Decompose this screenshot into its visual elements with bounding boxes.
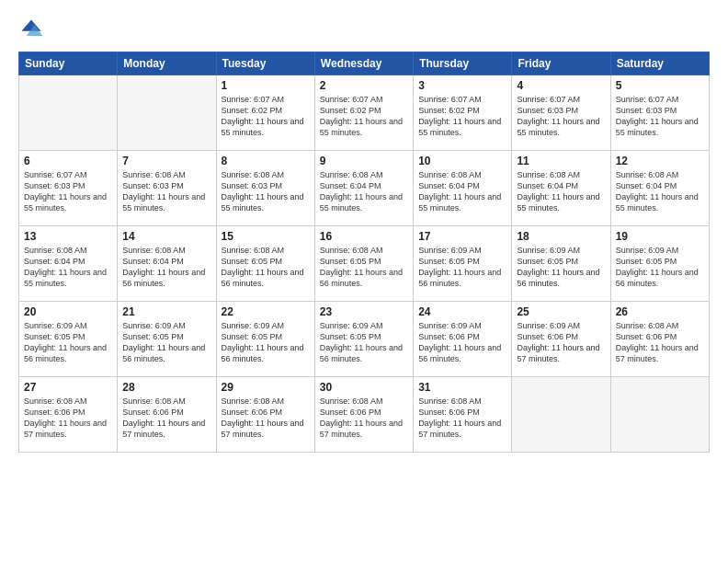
day-info: Sunrise: 6:07 AMSunset: 6:03 PMDaylight:… [616,94,704,139]
calendar-cell: 23Sunrise: 6:09 AMSunset: 6:05 PMDayligh… [314,302,413,377]
calendar-cell: 13Sunrise: 6:08 AMSunset: 6:04 PMDayligh… [19,226,118,302]
week-row-4: 20Sunrise: 6:09 AMSunset: 6:05 PMDayligh… [19,302,710,377]
calendar-cell: 31Sunrise: 6:08 AMSunset: 6:06 PMDayligh… [414,377,512,453]
day-number: 1 [222,79,310,92]
day-number: 18 [517,230,605,243]
day-info: Sunrise: 6:08 AMSunset: 6:05 PMDaylight:… [222,245,310,290]
calendar-cell [118,75,216,151]
day-number: 7 [122,155,210,167]
weekday-header-row: SundayMondayTuesdayWednesdayThursdayFrid… [19,52,710,75]
weekday-header-friday: Friday [512,52,610,75]
day-info: Sunrise: 6:08 AMSunset: 6:05 PMDaylight:… [320,245,408,290]
day-info: Sunrise: 6:09 AMSunset: 6:06 PMDaylight:… [418,320,506,365]
day-info: Sunrise: 6:07 AMSunset: 6:02 PMDaylight:… [320,94,408,139]
weekday-header-thursday: Thursday [414,52,512,75]
calendar-cell: 27Sunrise: 6:08 AMSunset: 6:06 PMDayligh… [19,377,118,453]
calendar-cell: 1Sunrise: 6:07 AMSunset: 6:02 PMDaylight… [216,75,314,151]
calendar-cell: 18Sunrise: 6:09 AMSunset: 6:05 PMDayligh… [512,226,610,302]
calendar-cell: 6Sunrise: 6:07 AMSunset: 6:03 PMDaylight… [19,151,118,226]
weekday-header-saturday: Saturday [610,52,709,75]
calendar-cell: 9Sunrise: 6:08 AMSunset: 6:04 PMDaylight… [314,151,413,226]
day-number: 23 [320,305,408,318]
logo [18,17,48,42]
day-info: Sunrise: 6:08 AMSunset: 6:04 PMDaylight:… [616,169,704,214]
weekday-header-monday: Monday [118,52,216,75]
calendar-cell: 14Sunrise: 6:08 AMSunset: 6:04 PMDayligh… [118,226,216,302]
calendar-cell: 10Sunrise: 6:08 AMSunset: 6:04 PMDayligh… [414,151,512,226]
day-number: 17 [418,230,506,243]
day-info: Sunrise: 6:08 AMSunset: 6:03 PMDaylight:… [122,169,210,214]
calendar-cell: 28Sunrise: 6:08 AMSunset: 6:06 PMDayligh… [118,377,216,453]
day-number: 5 [616,79,704,92]
calendar-cell: 19Sunrise: 6:09 AMSunset: 6:05 PMDayligh… [610,226,709,302]
calendar-table: SundayMondayTuesdayWednesdayThursdayFrid… [18,52,710,453]
calendar-cell [512,377,610,453]
weekday-header-tuesday: Tuesday [216,52,314,75]
week-row-1: 1Sunrise: 6:07 AMSunset: 6:02 PMDaylight… [19,75,710,151]
calendar-cell: 8Sunrise: 6:08 AMSunset: 6:03 PMDaylight… [216,151,314,226]
calendar-cell: 16Sunrise: 6:08 AMSunset: 6:05 PMDayligh… [314,226,413,302]
day-info: Sunrise: 6:07 AMSunset: 6:03 PMDaylight:… [24,169,112,214]
day-info: Sunrise: 6:09 AMSunset: 6:05 PMDaylight:… [320,320,408,365]
day-info: Sunrise: 6:09 AMSunset: 6:05 PMDaylight:… [122,320,210,365]
day-number: 16 [320,230,408,243]
day-info: Sunrise: 6:09 AMSunset: 6:05 PMDaylight:… [517,245,605,290]
calendar-cell: 29Sunrise: 6:08 AMSunset: 6:06 PMDayligh… [216,377,314,453]
calendar-cell: 12Sunrise: 6:08 AMSunset: 6:04 PMDayligh… [610,151,709,226]
calendar-cell: 5Sunrise: 6:07 AMSunset: 6:03 PMDaylight… [610,75,709,151]
calendar-cell: 15Sunrise: 6:08 AMSunset: 6:05 PMDayligh… [216,226,314,302]
day-info: Sunrise: 6:08 AMSunset: 6:06 PMDaylight:… [222,396,310,441]
day-info: Sunrise: 6:08 AMSunset: 6:04 PMDaylight:… [517,169,605,214]
calendar-cell: 25Sunrise: 6:09 AMSunset: 6:06 PMDayligh… [512,302,610,377]
calendar-cell: 4Sunrise: 6:07 AMSunset: 6:03 PMDaylight… [512,75,610,151]
calendar-cell: 2Sunrise: 6:07 AMSunset: 6:02 PMDaylight… [314,75,413,151]
day-info: Sunrise: 6:07 AMSunset: 6:02 PMDaylight:… [418,94,506,139]
day-info: Sunrise: 6:08 AMSunset: 6:06 PMDaylight:… [616,320,704,365]
calendar-cell [19,75,118,151]
page: SundayMondayTuesdayWednesdayThursdayFrid… [0,0,728,563]
day-number: 22 [222,305,310,318]
day-info: Sunrise: 6:09 AMSunset: 6:05 PMDaylight:… [616,245,704,290]
day-info: Sunrise: 6:08 AMSunset: 6:03 PMDaylight:… [222,169,310,214]
calendar-cell: 3Sunrise: 6:07 AMSunset: 6:02 PMDaylight… [414,75,512,151]
day-info: Sunrise: 6:08 AMSunset: 6:04 PMDaylight:… [320,169,408,214]
day-number: 12 [616,155,704,167]
day-info: Sunrise: 6:08 AMSunset: 6:04 PMDaylight:… [418,169,506,214]
day-number: 30 [320,381,408,394]
day-info: Sunrise: 6:08 AMSunset: 6:06 PMDaylight:… [418,396,506,441]
day-number: 6 [24,155,112,167]
day-number: 20 [24,305,112,318]
day-number: 10 [418,155,506,167]
weekday-header-wednesday: Wednesday [314,52,413,75]
day-number: 29 [222,381,310,394]
day-number: 14 [122,230,210,243]
day-info: Sunrise: 6:08 AMSunset: 6:04 PMDaylight:… [122,245,210,290]
logo-icon [18,17,44,42]
calendar-cell: 11Sunrise: 6:08 AMSunset: 6:04 PMDayligh… [512,151,610,226]
calendar-cell: 17Sunrise: 6:09 AMSunset: 6:05 PMDayligh… [414,226,512,302]
weekday-header-sunday: Sunday [19,52,118,75]
day-info: Sunrise: 6:09 AMSunset: 6:05 PMDaylight:… [222,320,310,365]
calendar-cell [610,377,709,453]
day-number: 3 [418,79,506,92]
calendar-cell: 22Sunrise: 6:09 AMSunset: 6:05 PMDayligh… [216,302,314,377]
day-number: 19 [616,230,704,243]
day-info: Sunrise: 6:07 AMSunset: 6:02 PMDaylight:… [222,94,310,139]
day-info: Sunrise: 6:09 AMSunset: 6:05 PMDaylight:… [24,320,112,365]
calendar-cell: 30Sunrise: 6:08 AMSunset: 6:06 PMDayligh… [314,377,413,453]
day-info: Sunrise: 6:09 AMSunset: 6:05 PMDaylight:… [418,245,506,290]
week-row-2: 6Sunrise: 6:07 AMSunset: 6:03 PMDaylight… [19,151,710,226]
day-number: 25 [517,305,605,318]
day-number: 9 [320,155,408,167]
day-number: 27 [24,381,112,394]
day-info: Sunrise: 6:07 AMSunset: 6:03 PMDaylight:… [517,94,605,139]
calendar-cell: 26Sunrise: 6:08 AMSunset: 6:06 PMDayligh… [610,302,709,377]
day-number: 4 [517,79,605,92]
calendar-cell: 7Sunrise: 6:08 AMSunset: 6:03 PMDaylight… [118,151,216,226]
day-number: 8 [222,155,310,167]
week-row-5: 27Sunrise: 6:08 AMSunset: 6:06 PMDayligh… [19,377,710,453]
day-info: Sunrise: 6:08 AMSunset: 6:06 PMDaylight:… [320,396,408,441]
week-row-3: 13Sunrise: 6:08 AMSunset: 6:04 PMDayligh… [19,226,710,302]
day-number: 28 [122,381,210,394]
calendar-cell: 20Sunrise: 6:09 AMSunset: 6:05 PMDayligh… [19,302,118,377]
